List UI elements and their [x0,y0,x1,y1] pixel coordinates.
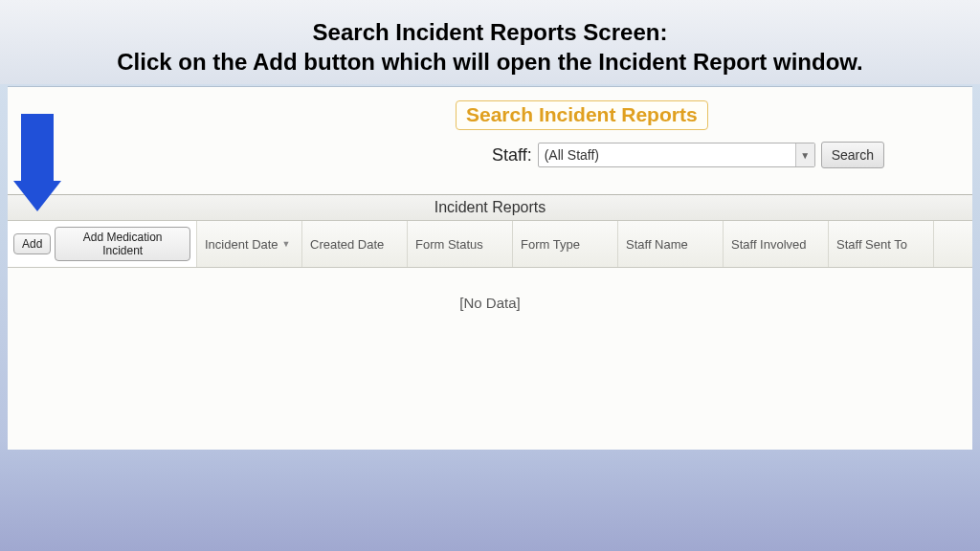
chevron-down-icon: ▼ [795,143,814,166]
staff-select-value: (All Staff) [545,147,599,163]
col-incident-date-label: Incident Date [205,237,278,252]
instruction-arrow-icon [13,114,61,219]
add-button[interactable]: Add [13,233,51,254]
add-medication-incident-button[interactable]: Add Medication Incident [55,227,190,261]
staff-label: Staff: [492,145,532,165]
app-panel: Search Incident Reports Staff: (All Staf… [8,86,972,450]
search-button[interactable]: Search [821,142,884,168]
slide-title-line1: Search Incident Reports Screen: [38,17,942,47]
search-panel-title: Search Incident Reports [466,103,698,125]
col-staff-involved[interactable]: Staff Involved [724,221,829,267]
grid-area: Incident Reports Add Add Medication Inci… [8,194,972,338]
col-form-type[interactable]: Form Type [513,221,618,267]
search-panel: Search Incident Reports Staff: (All Staf… [456,100,915,168]
col-staff-name[interactable]: Staff Name [618,221,724,267]
staff-filter-row: Staff: (All Staff) ▼ Search [456,142,915,168]
col-created-date[interactable]: Created Date [302,221,408,267]
slide-title-line2: Click on the Add button which will open … [38,47,942,77]
grid-button-cell: Add Add Medication Incident [8,221,197,267]
grid-no-data: [No Data] [8,268,972,338]
sort-desc-icon: ▼ [282,239,291,249]
col-incident-date[interactable]: Incident Date ▼ [197,221,302,267]
col-form-status[interactable]: Form Status [408,221,513,267]
slide-header: Search Incident Reports Screen: Click on… [0,0,980,84]
search-panel-title-wrap: Search Incident Reports [456,100,708,130]
col-spacer [934,221,972,267]
grid-header-row: Add Add Medication Incident Incident Dat… [8,221,972,268]
grid-title: Incident Reports [8,194,972,221]
staff-select[interactable]: (All Staff) ▼ [538,143,815,167]
col-staff-sent-to[interactable]: Staff Sent To [829,221,934,267]
